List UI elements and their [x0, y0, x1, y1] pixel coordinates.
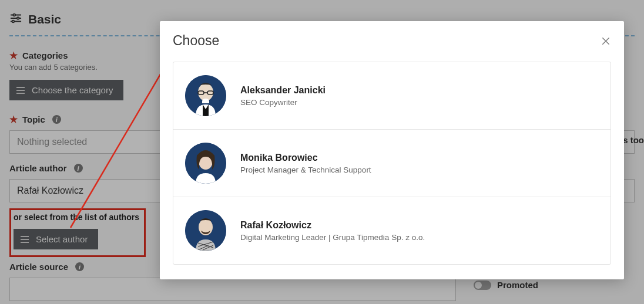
author-role: Digital Marketing Leader | Grupa Tipmedi…	[240, 233, 425, 242]
author-role: Project Manager & Technical Support	[240, 165, 371, 174]
close-icon[interactable]	[601, 36, 611, 46]
author-name: Monika Borowiec	[240, 153, 371, 163]
author-name: Aleksander Janicki	[240, 85, 326, 96]
author-item[interactable]: Rafał Kozłowicz Digital Marketing Leader…	[173, 197, 611, 264]
author-list: Aleksander Janicki SEO Copywriter Monika…	[173, 62, 611, 265]
choose-modal: Choose	[160, 21, 624, 279]
avatar	[185, 75, 226, 116]
svg-point-10	[198, 83, 213, 101]
modal-title: Choose	[173, 33, 219, 49]
avatar	[185, 143, 226, 184]
avatar	[185, 210, 226, 251]
author-item[interactable]: Monika Borowiec Project Manager & Techni…	[173, 129, 611, 197]
author-item[interactable]: Aleksander Janicki SEO Copywriter	[173, 62, 611, 129]
author-role: SEO Copywriter	[240, 98, 326, 107]
author-name: Rafał Kozłowicz	[240, 220, 425, 231]
